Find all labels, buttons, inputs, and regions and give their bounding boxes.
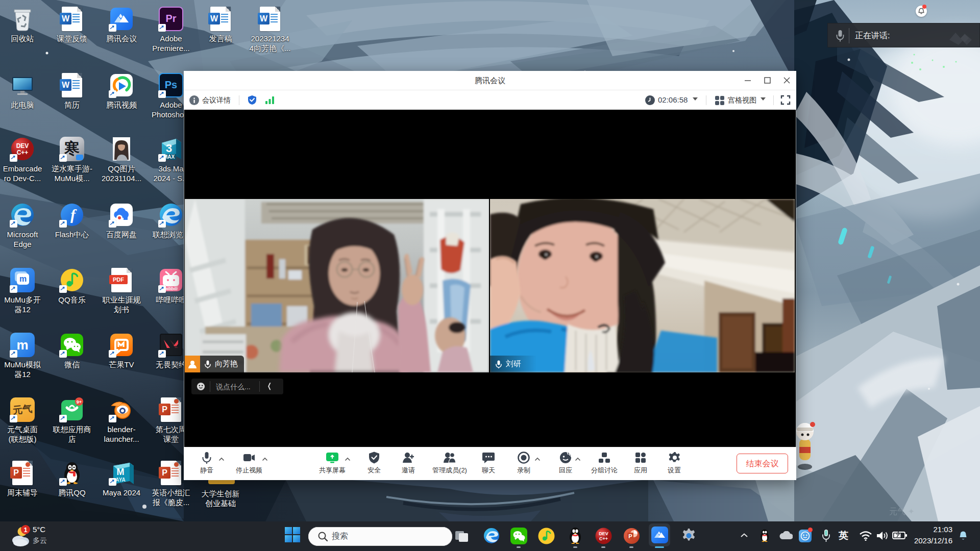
svg-text:3: 3	[166, 142, 172, 155]
svg-text:元气 ✦: 元气 ✦	[889, 507, 915, 516]
svg-text:M: M	[117, 467, 125, 477]
svg-text:AYA: AYA	[115, 477, 125, 483]
svg-text:C++: C++	[17, 149, 29, 156]
svg-text:1: 1	[23, 526, 27, 534]
svg-text:DEV: DEV	[16, 142, 29, 149]
svg-text:9+: 9+	[77, 399, 82, 405]
svg-text:DEV: DEV	[599, 531, 608, 536]
svg-text:bilibili: bilibili	[164, 286, 178, 291]
svg-text:P: P	[628, 533, 632, 539]
svg-text:C++: C++	[599, 536, 608, 541]
